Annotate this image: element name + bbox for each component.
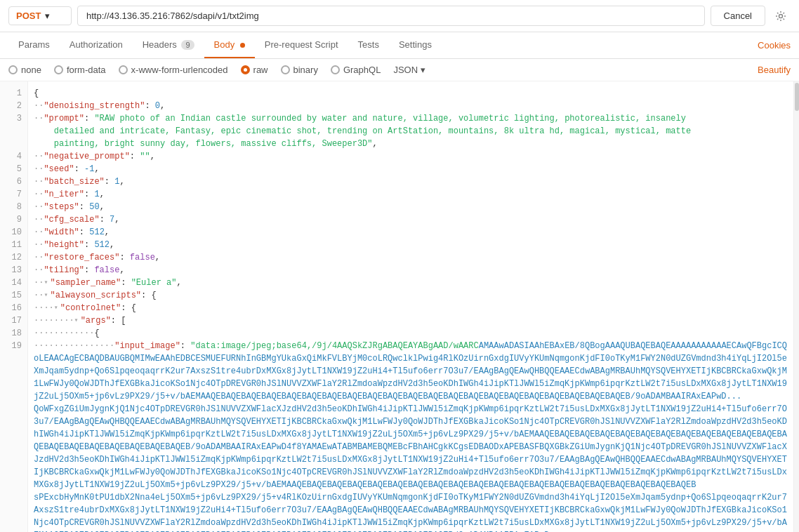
method-dropdown-icon: ▾: [45, 11, 50, 21]
line-num-4: [0, 125, 27, 138]
option-form-data-label: form-data: [67, 65, 106, 75]
scrollbar[interactable]: [793, 81, 799, 532]
line-num-2: 2: [0, 100, 27, 112]
line-num-19b: [0, 352, 27, 365]
line-num-18: 18: [0, 327, 27, 340]
code-line-12: ··"restore_faces": false,: [28, 251, 793, 264]
line-numbers: 1 2 3 4 5 6 7 8 9 10 11 12 13 14 15 16 1…: [0, 81, 28, 532]
method-select[interactable]: POST ▾: [8, 6, 72, 25]
line-num-11: 11: [0, 239, 27, 251]
code-line-2: ··"denoising_strength": 0,: [28, 100, 793, 112]
option-binary[interactable]: binary: [281, 65, 318, 75]
line-num-12: 12: [0, 251, 27, 264]
tabs-row: Params Authorization Headers 9 Body Pre-…: [0, 32, 799, 59]
radio-none: [8, 65, 18, 74]
code-line-3: ··"prompt": "RAW photo of an Indian cast…: [28, 112, 793, 150]
line-num-10: 10: [0, 226, 27, 239]
app-container: POST ▾ Cancel Params Authorization Heade…: [0, 0, 799, 532]
code-line-9: ··"cfg_scale": 7,: [28, 213, 793, 226]
tab-params[interactable]: Params: [8, 32, 60, 58]
code-line-16: ····▾"controlnet": {: [28, 302, 793, 314]
line-num-19e: [0, 390, 27, 403]
url-input[interactable]: [77, 6, 705, 26]
code-line-6: ··"batch_size": 1,: [28, 175, 793, 188]
option-raw-label: raw: [253, 65, 268, 75]
line-num-7: 7: [0, 188, 27, 201]
option-graphql[interactable]: GraphQL: [331, 65, 381, 75]
line-num-14: 14: [0, 277, 27, 289]
scrollbar-thumb: [795, 83, 799, 111]
format-dropdown-icon: ▾: [421, 65, 425, 75]
beautify-button[interactable]: Beautify: [758, 65, 791, 75]
code-line-17: ········▾"args": [: [28, 314, 793, 327]
option-binary-label: binary: [293, 65, 318, 75]
line-num-9: 9: [0, 213, 27, 226]
option-none-label: none: [21, 65, 41, 75]
tab-pre-request[interactable]: Pre-request Script: [255, 32, 348, 58]
line-num-3b: [0, 138, 27, 150]
code-line-13: ··"tiling": false,: [28, 264, 793, 277]
line-num-19f: [0, 403, 27, 415]
radio-graphql: [331, 65, 340, 74]
radio-raw: [241, 65, 250, 74]
line-num-1: 1: [0, 87, 27, 100]
line-num-19c: [0, 365, 27, 378]
settings-icon[interactable]: [771, 6, 791, 26]
code-line-15: ··▾"alwayson_scripts": {: [28, 289, 793, 302]
tab-settings[interactable]: Settings: [389, 32, 442, 58]
line-num-19i: [0, 441, 27, 453]
tab-headers[interactable]: Headers 9: [133, 32, 204, 58]
line-num-19g: [0, 415, 27, 428]
code-editor: 1 2 3 4 5 6 7 8 9 10 11 12 13 14 15 16 1…: [0, 81, 799, 532]
line-num-19d: [0, 378, 27, 390]
radio-form-data: [54, 65, 63, 74]
line-num-5: 5: [0, 163, 27, 175]
option-form-data[interactable]: form-data: [54, 65, 106, 75]
method-label: POST: [16, 11, 41, 21]
line-num-17: 17: [0, 314, 27, 327]
line-num-3: 3: [0, 112, 27, 125]
line-num-16: 16: [0, 302, 27, 314]
code-line-8: ··"steps": 50,: [28, 201, 793, 213]
url-bar: POST ▾ Cancel: [0, 0, 799, 32]
code-line-10: ··"width": 512,: [28, 226, 793, 239]
code-line-7: ··"n_iter": 1,: [28, 188, 793, 201]
code-line-19-b64-2: sPExcbHyMnK0tPU1dbX2Nna4eLj5OXm5+jp6vLz9…: [28, 491, 793, 532]
tab-authorization[interactable]: Authorization: [60, 32, 133, 58]
line-num-4c: 4: [0, 150, 27, 163]
line-num-19h: [0, 428, 27, 441]
line-num-13: 13: [0, 264, 27, 277]
option-urlencoded-label: x-www-form-urlencoded: [131, 65, 228, 75]
line-num-15: 15: [0, 289, 27, 302]
option-urlencoded[interactable]: x-www-form-urlencoded: [119, 65, 228, 75]
code-content-area[interactable]: { ··"denoising_strength": 0, ··"prompt":…: [28, 81, 793, 532]
code-line-19-b64: QoWFxgZGiUmJygnKjQ1Njc4OTpDREVGR0hJSlNUV…: [28, 403, 793, 491]
radio-binary: [281, 65, 290, 74]
cancel-button[interactable]: Cancel: [711, 6, 765, 26]
format-label: JSON: [393, 65, 418, 75]
headers-badge: 9: [181, 40, 194, 50]
code-line-4: ··"negative_prompt": "",: [28, 150, 793, 163]
code-line-18: ············{: [28, 327, 793, 340]
code-line-5: ··"seed": -1,: [28, 163, 793, 175]
line-num-8: 8: [0, 201, 27, 213]
body-dot: [240, 43, 245, 48]
code-line-14: ··▾"sampler_name": "Euler a",: [28, 277, 793, 289]
code-line-1: {: [28, 87, 793, 100]
code-line-19: ················"input_image": "data:ima…: [28, 340, 793, 403]
line-num-6: 6: [0, 175, 27, 188]
tab-tests[interactable]: Tests: [348, 32, 389, 58]
line-num-19: 19: [0, 340, 27, 352]
option-raw[interactable]: raw: [241, 65, 268, 75]
code-line-11: ··"height": 512,: [28, 239, 793, 251]
format-select[interactable]: JSON ▾: [393, 65, 425, 75]
tab-body[interactable]: Body: [204, 32, 255, 58]
svg-point-0: [779, 14, 783, 18]
option-graphql-label: GraphQL: [343, 65, 381, 75]
radio-urlencoded: [119, 65, 128, 74]
option-none[interactable]: none: [8, 65, 41, 75]
cookies-link[interactable]: Cookies: [758, 40, 791, 51]
body-options-row: none form-data x-www-form-urlencoded raw…: [0, 59, 799, 81]
